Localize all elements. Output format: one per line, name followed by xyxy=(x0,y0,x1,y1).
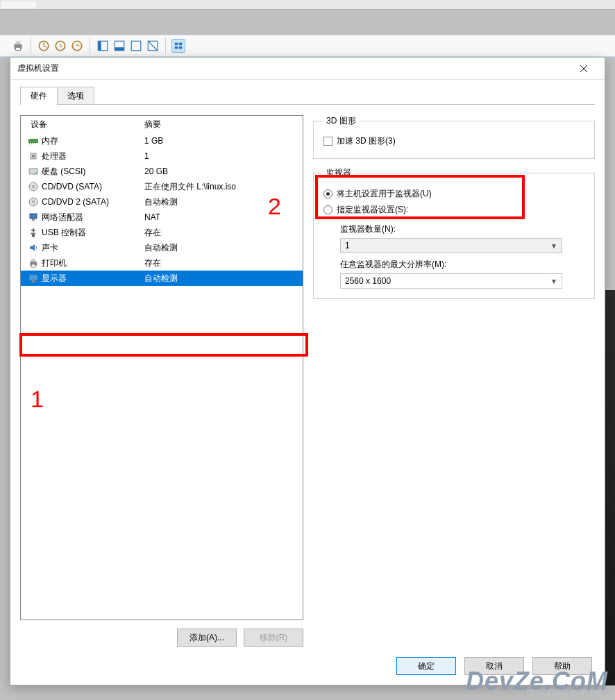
device-row-net[interactable]: 网络适配器NAT xyxy=(21,210,303,225)
device-summary: 1 xyxy=(144,151,303,161)
radio-use-host[interactable]: 将主机设置用于监视器(U) xyxy=(323,186,584,202)
device-name: USB 控制器 xyxy=(42,227,86,239)
usb-icon xyxy=(28,227,39,238)
unity-icon[interactable] xyxy=(146,39,160,53)
annotation-2: 2 xyxy=(268,193,281,220)
device-name: 硬盘 (SCSI) xyxy=(42,166,85,178)
legend-monitors: 监视器 xyxy=(323,167,354,179)
legend-3d: 3D 图形 xyxy=(323,115,359,127)
device-name: 显示器 xyxy=(42,273,67,284)
net-icon xyxy=(28,212,39,223)
svg-rect-23 xyxy=(32,155,35,157)
svg-rect-17 xyxy=(28,139,38,143)
device-summary: 存在 xyxy=(144,257,303,269)
svg-line-12 xyxy=(148,41,158,51)
device-name: CD/DVD 2 (SATA) xyxy=(42,197,109,207)
vm-settings-dialog: 虚拟机设置 硬件 选项 设备 摘要 内存1 GB处理器1硬盘 (SCSI)20 … xyxy=(10,57,605,685)
svg-point-25 xyxy=(35,172,37,173)
device-name: 打印机 xyxy=(42,257,67,269)
device-row-printer[interactable]: 打印机存在 xyxy=(21,255,303,271)
svg-rect-15 xyxy=(175,46,178,49)
device-row-memory[interactable]: 内存1 GB xyxy=(21,133,303,148)
dialog-title: 虚拟机设置 xyxy=(17,62,570,74)
tab-hardware[interactable]: 硬件 xyxy=(20,87,58,105)
radio-specify-label: 指定监视器设置(S): xyxy=(337,204,408,216)
monitor-count-combo[interactable]: 1 ▼ xyxy=(340,238,562,253)
windows-icon[interactable] xyxy=(171,39,185,53)
device-row-cd[interactable]: CD/DVD 2 (SATA)自动检测 xyxy=(21,194,303,210)
svg-rect-13 xyxy=(175,43,178,46)
header-device: 设备 xyxy=(21,119,144,130)
radio-use-host-label: 将主机设置用于监视器(U) xyxy=(337,188,432,200)
panel-bottom-icon[interactable] xyxy=(112,39,126,53)
svg-point-32 xyxy=(32,234,35,237)
svg-rect-30 xyxy=(30,214,37,219)
display-icon xyxy=(28,273,39,284)
svg-point-29 xyxy=(33,201,35,203)
watermark-brand: DevZe.CoM xyxy=(466,667,608,696)
group-monitors: 监视器 将主机设置用于监视器(U) 指定监视器设置(S): 监视器数量(N): … xyxy=(313,167,595,299)
checkbox-icon xyxy=(323,137,332,146)
device-summary: 正在使用文件 L:\linux.iso xyxy=(144,181,303,193)
device-row-cpu[interactable]: 处理器1 xyxy=(21,148,303,164)
print-icon[interactable] xyxy=(11,39,25,53)
annotation-1: 1 xyxy=(31,386,44,413)
device-name: CD/DVD (SATA) xyxy=(42,182,102,191)
device-summary: 1 GB xyxy=(144,136,303,146)
radio-icon xyxy=(323,189,332,198)
svg-rect-2 xyxy=(16,47,21,51)
max-res-combo[interactable]: 2560 x 1600 ▼ xyxy=(340,273,562,289)
accel-3d-checkbox[interactable]: 加速 3D 图形(3) xyxy=(323,134,584,148)
close-button[interactable] xyxy=(570,59,598,78)
svg-rect-19 xyxy=(31,143,32,144)
ok-button[interactable]: 确定 xyxy=(396,657,456,675)
svg-rect-38 xyxy=(31,282,36,282)
device-summary: 20 GB xyxy=(144,167,303,176)
radio-icon xyxy=(323,205,332,214)
device-summary: 存在 xyxy=(144,227,303,239)
device-row-sound[interactable]: 声卡自动检测 xyxy=(21,240,303,255)
device-name: 声卡 xyxy=(42,242,58,254)
cpu-icon xyxy=(28,151,39,162)
cd-icon xyxy=(28,196,39,207)
svg-rect-7 xyxy=(98,41,101,51)
device-row-display[interactable]: 显示器自动检测 xyxy=(21,271,303,286)
add-button[interactable]: 添加(A)... xyxy=(177,629,237,647)
radio-specify[interactable]: 指定监视器设置(S): xyxy=(323,202,584,218)
svg-rect-20 xyxy=(33,143,34,144)
clock1-icon[interactable] xyxy=(37,39,51,53)
svg-rect-36 xyxy=(29,275,37,280)
max-res-label: 任意监视器的最大分辨率(M): xyxy=(323,253,584,273)
device-row-cd[interactable]: CD/DVD (SATA)正在使用文件 L:\linux.iso xyxy=(21,179,303,194)
chevron-down-icon: ▼ xyxy=(550,242,557,250)
device-name: 内存 xyxy=(42,135,58,147)
svg-rect-14 xyxy=(179,43,182,46)
device-row-usb[interactable]: USB 控制器存在 xyxy=(21,225,303,240)
fullscreen-icon[interactable] xyxy=(129,39,143,53)
svg-rect-10 xyxy=(131,41,141,51)
group-3d-graphics: 3D 图形 加速 3D 图形(3) xyxy=(313,115,595,159)
svg-rect-16 xyxy=(179,46,182,49)
svg-rect-21 xyxy=(35,143,36,144)
monitor-count-value: 1 xyxy=(345,241,350,250)
disk-icon xyxy=(28,166,39,177)
clock2-icon[interactable] xyxy=(53,39,67,53)
device-list[interactable]: 设备 摘要 内存1 GB处理器1硬盘 (SCSI)20 GBCD/DVD (SA… xyxy=(20,115,303,620)
cd-icon xyxy=(28,181,39,192)
panel-left-icon[interactable] xyxy=(96,39,110,53)
svg-rect-9 xyxy=(115,47,124,51)
device-name: 网络适配器 xyxy=(42,212,83,223)
header-summary: 摘要 xyxy=(144,119,303,130)
printer-icon xyxy=(28,257,39,268)
accel-3d-label: 加速 3D 图形(3) xyxy=(337,135,396,147)
device-row-disk[interactable]: 硬盘 (SCSI)20 GB xyxy=(21,164,303,179)
device-summary: 自动检测 xyxy=(144,273,303,284)
main-toolbar xyxy=(0,35,615,57)
svg-rect-35 xyxy=(31,264,35,267)
clock3-icon[interactable] xyxy=(70,39,84,53)
svg-point-27 xyxy=(33,186,35,188)
tab-row: 硬件 选项 xyxy=(10,80,605,105)
svg-rect-31 xyxy=(32,219,35,221)
tab-options[interactable]: 选项 xyxy=(57,87,94,105)
sound-icon xyxy=(28,242,39,253)
